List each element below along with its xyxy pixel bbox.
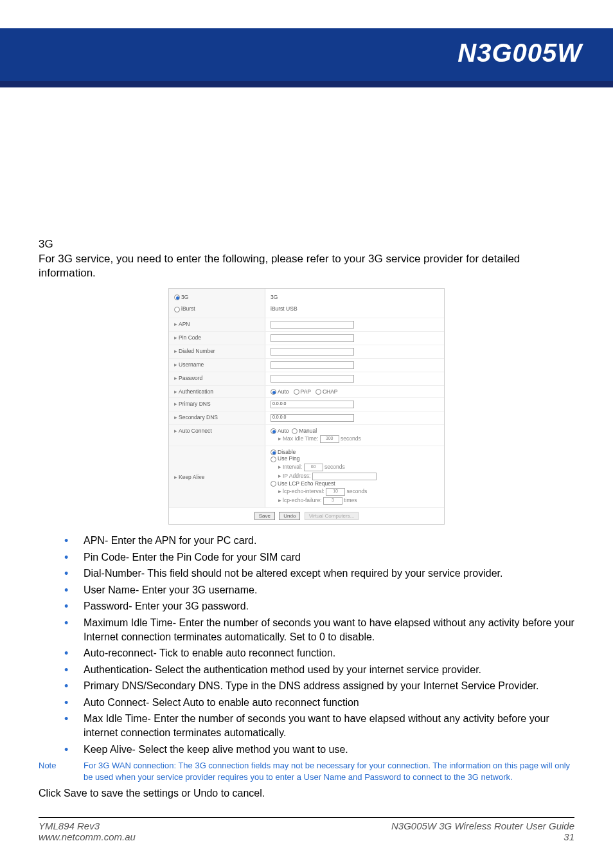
radio-iburst-label: iBurst bbox=[181, 305, 195, 312]
list-item: Primary DNS/Secondary DNS. Type in the D… bbox=[39, 679, 574, 693]
note-label: Note bbox=[39, 760, 84, 782]
footer-guide: N3G005W 3G Wireless Router User Guide bbox=[391, 820, 574, 831]
list-item: Max Idle Time- Enter the number of secon… bbox=[39, 712, 574, 739]
note-row: Note For 3G WAN connection: The 3G conne… bbox=[39, 760, 574, 782]
row-pdns: Primary DNS bbox=[179, 401, 211, 407]
ka-lcpfail-label: lcp-echo-failure: bbox=[283, 497, 321, 503]
footer-url: www.netcomm.com.au bbox=[39, 831, 136, 842]
ka-interval-label: Interval: bbox=[283, 464, 302, 470]
ka-lcpfail-times: times bbox=[344, 497, 357, 503]
row-auth: Authentication bbox=[179, 388, 213, 395]
pin-input bbox=[271, 334, 354, 342]
autoconn-auto-radio bbox=[271, 428, 276, 434]
ka-lcp-radio bbox=[271, 481, 276, 487]
list-item: Keep Alive- Select the keep alive method… bbox=[39, 743, 574, 757]
radio-3g-label: 3G bbox=[181, 294, 188, 300]
row-user: Username bbox=[179, 361, 204, 368]
ka-interval-input: 60 bbox=[304, 464, 323, 471]
radio-3g-icon bbox=[174, 294, 180, 300]
ka-ip-label: IP Address: bbox=[283, 473, 310, 479]
list-item: Authentication- Select the authenticatio… bbox=[39, 663, 574, 677]
list-item: Auto-reconnect- Tick to enable auto reco… bbox=[39, 646, 574, 660]
max-idle-input: 300 bbox=[320, 435, 339, 443]
auth-auto: Auto bbox=[278, 388, 289, 395]
header-strip bbox=[0, 81, 613, 87]
dialed-input bbox=[271, 348, 354, 356]
note-text: For 3G WAN connection: The 3G connection… bbox=[84, 760, 574, 782]
pass-input bbox=[271, 375, 354, 383]
pdns-input: 0.0.0.0 bbox=[271, 401, 354, 408]
ka-disable: Disable bbox=[278, 449, 296, 455]
list-item: Maximum Idle Time- Enter the number of s… bbox=[39, 616, 574, 644]
config-screenshot: 3G iBurst 3G iBurst USB ▸APN ▸Pin Code ▸… bbox=[168, 288, 445, 525]
ka-lcpint-seconds: seconds bbox=[346, 488, 367, 494]
section-intro: For 3G service, you need to enter the fo… bbox=[39, 252, 574, 280]
ka-ip-input bbox=[312, 473, 377, 480]
ka-ping-radio bbox=[271, 457, 276, 462]
max-idle-label: Max Idle Time: bbox=[283, 435, 318, 442]
page-title: N3G005W bbox=[458, 39, 582, 68]
auth-chap: CHAP bbox=[323, 388, 338, 395]
wan-3g-value: 3G bbox=[271, 294, 439, 300]
ka-disable-radio bbox=[271, 449, 276, 455]
ka-lcpfail-input: 3 bbox=[323, 497, 342, 505]
row-pin: Pin Code bbox=[179, 334, 201, 341]
auth-auto-radio bbox=[271, 389, 276, 395]
page-footer: YML894 Rev3 www.netcomm.com.au N3G005W 3… bbox=[39, 817, 574, 842]
list-item: User Name- Enter your 3G username. bbox=[39, 583, 574, 597]
section-heading: 3G bbox=[39, 238, 574, 251]
bullet-list: APN- Enter the APN for your PC card. Pin… bbox=[39, 534, 574, 756]
wan-iburst-value: iBurst USB bbox=[271, 305, 439, 312]
row-pass: Password bbox=[179, 375, 202, 381]
max-idle-seconds: seconds bbox=[341, 435, 361, 442]
apn-input bbox=[271, 321, 354, 329]
list-item: Password- Enter your 3G password. bbox=[39, 599, 574, 613]
footer-rev: YML894 Rev3 bbox=[39, 820, 136, 831]
row-autoconn: Auto Connect bbox=[179, 428, 212, 434]
row-dialed: Dialed Number bbox=[179, 348, 215, 354]
list-item: APN- Enter the APN for your PC card. bbox=[39, 534, 574, 548]
sdns-input: 0.0.0.0 bbox=[271, 414, 354, 422]
auth-pap-radio bbox=[294, 389, 299, 395]
ka-ping: Use Ping bbox=[278, 455, 300, 462]
list-item: Dial-Number- This field should not be al… bbox=[39, 566, 574, 581]
list-item: Pin Code- Enter the Pin Code for your SI… bbox=[39, 550, 574, 565]
row-keepalive: Keep Alive bbox=[179, 474, 204, 480]
ka-lcpint-label: lcp-echo-interval: bbox=[283, 488, 324, 494]
auth-chap-radio bbox=[315, 389, 321, 395]
autoconn-auto: Auto bbox=[278, 428, 289, 434]
user-input bbox=[271, 361, 354, 369]
virtual-computers-button: Virtual Computers... bbox=[305, 512, 359, 520]
undo-button: Undo bbox=[279, 512, 300, 520]
row-apn: APN bbox=[179, 321, 190, 327]
save-button: Save bbox=[254, 512, 275, 520]
ka-lcp: Use LCP Echo Request bbox=[278, 480, 335, 487]
radio-iburst-icon bbox=[174, 307, 180, 312]
footer-page: 31 bbox=[391, 831, 574, 842]
row-sdns: Secondary DNS bbox=[179, 414, 218, 420]
closing-text: Click Save to save the settings or Undo … bbox=[39, 788, 574, 799]
autoconn-manual-radio bbox=[292, 428, 298, 434]
list-item: Auto Connect- Select Auto to enable auto… bbox=[39, 696, 574, 710]
ka-lcpint-input: 10 bbox=[326, 488, 345, 496]
auth-pap: PAP bbox=[301, 388, 311, 395]
autoconn-manual: Manual bbox=[299, 428, 317, 434]
ka-interval-seconds: seconds bbox=[324, 464, 345, 470]
